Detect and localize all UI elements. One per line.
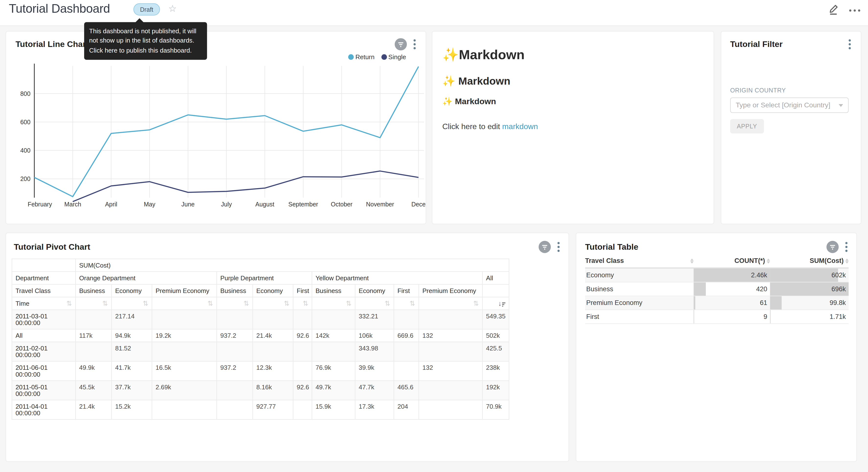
svg-text:Dece: Dece <box>411 201 426 208</box>
pivot-cell: 117k <box>75 329 112 342</box>
column-header-travel-class[interactable]: Travel Class <box>585 257 694 265</box>
pivot-sort-icon-cell[interactable]: ⇅ <box>112 297 152 310</box>
pivot-sort-icon-cell[interactable]: ⇅ <box>217 297 253 310</box>
pivot-cell: 16.5k <box>152 361 217 381</box>
legend-item[interactable]: Return <box>348 54 375 60</box>
legend-item[interactable]: Single <box>381 54 406 60</box>
pivot-cell: 204 <box>394 400 419 419</box>
pivot-cell <box>312 342 355 361</box>
pivot-group-header: Yellow Department <box>312 272 483 285</box>
svg-text:April: April <box>105 201 117 208</box>
markdown-paragraph: Click here to edit markdown <box>442 122 704 130</box>
pivot-cell: 15.2k <box>112 400 152 419</box>
sum-cost-cell: 99.8k <box>770 296 848 309</box>
pivot-cell <box>217 400 253 419</box>
pivot-cell: 39.9k <box>355 361 394 381</box>
pivot-cell <box>394 361 419 381</box>
column-header-sum-cost[interactable]: SUM(Cost) <box>770 257 848 265</box>
table-card-title: Tutorial Table <box>585 242 639 251</box>
more-options-icon[interactable] <box>849 6 860 12</box>
pivot-cell <box>152 342 217 361</box>
pivot-cell <box>293 342 312 361</box>
pivot-cell: 45.5k <box>75 381 112 400</box>
sort-icon[interactable] <box>690 258 694 263</box>
pivot-group-header: All <box>483 272 509 285</box>
pivot-sort-icon-cell[interactable]: ⇅ <box>419 297 483 310</box>
pivot-cell <box>293 310 312 329</box>
pivot-cell <box>419 342 483 361</box>
pivot-sort-icon-cell[interactable]: ⇅ <box>355 297 394 310</box>
pivot-cell: 927.77 <box>253 400 293 419</box>
travel-class-table: Travel Class COUNT(*) SUM(Cost) Economy2… <box>585 254 849 324</box>
chart-menu-icon[interactable] <box>556 241 561 253</box>
pivot-cell <box>394 342 419 361</box>
pivot-cell: 94.9k <box>112 329 152 342</box>
travel-class-cell: Premium Economy <box>585 296 694 309</box>
sort-icon[interactable] <box>767 258 770 263</box>
pivot-cell: 41.7k <box>112 361 152 381</box>
pivot-cell: 106k <box>355 329 394 342</box>
pivot-sort-icon-cell[interactable]: ⇅ <box>253 297 293 310</box>
pivot-sort-icon-cell[interactable]: ⇅ <box>312 297 355 310</box>
pivot-row: All117k94.9k19.2k937.221.4k92.6142k106k6… <box>12 329 509 342</box>
favorite-star-icon[interactable]: ☆ <box>168 3 177 14</box>
pivot-sort-icon-cell[interactable]: ⇅ <box>293 297 312 310</box>
edit-pencil-icon[interactable] <box>828 3 839 15</box>
legend-dot <box>381 54 387 60</box>
svg-text:March: March <box>64 201 81 208</box>
pivot-column-header: Business <box>75 285 112 297</box>
pivot-cell: 70.9k <box>483 400 509 419</box>
pivot-cell: 12.3k <box>253 361 293 381</box>
pivot-row: 2011-05-0100:00:0045.5k37.7k2.69k8.16k92… <box>12 381 509 400</box>
pivot-cell: 21.4k <box>253 329 293 342</box>
pivot-cell: 132 <box>419 329 483 342</box>
chevron-down-icon <box>839 104 843 107</box>
chart-legend[interactable]: ReturnSingle <box>348 54 406 60</box>
column-header-count[interactable]: COUNT(*) <box>694 257 770 265</box>
markdown-card: ✨Markdown ✨ Markdown ✨ Markdown Click he… <box>432 31 714 224</box>
pivot-chart-title: Tutorial Pivot Chart <box>14 242 90 251</box>
pivot-cell <box>217 310 253 329</box>
pivot-cell <box>75 310 112 329</box>
line-chart-plot[interactable]: 200400600800FebruaryMarchAprilMayJuneJul… <box>6 32 427 225</box>
pivot-cell: 47.7k <box>355 381 394 400</box>
filter-indicator-icon[interactable] <box>539 241 551 253</box>
status-badge[interactable]: Draft <box>133 3 160 16</box>
pivot-cell: 81.52 <box>112 342 152 361</box>
pivot-row: 2011-02-0100:00:0081.52343.98425.5 <box>12 342 509 361</box>
svg-text:February: February <box>28 201 52 208</box>
pivot-group-header: Orange Department <box>75 272 217 285</box>
apply-button[interactable]: APPLY <box>730 119 764 134</box>
pivot-sort-icon-cell[interactable]: ⇅ <box>75 297 112 310</box>
pivot-cell: 21.4k <box>75 400 112 419</box>
pivot-group-header: Purple Department <box>217 272 312 285</box>
value-bar <box>694 310 694 323</box>
pivot-cell: 192k <box>483 381 509 400</box>
pivot-cell: 132 <box>419 361 483 381</box>
pivot-cell <box>293 361 312 381</box>
svg-text:June: June <box>181 201 195 208</box>
chart-menu-icon[interactable] <box>844 241 849 253</box>
origin-country-select[interactable]: Type or Select [Origin Country] <box>730 97 849 113</box>
sort-icon[interactable] <box>845 258 849 263</box>
pivot-cell: 17.3k <box>355 400 394 419</box>
pivot-cell <box>75 342 112 361</box>
pivot-sort-icon-cell[interactable]: ↓ <box>483 297 509 310</box>
pivot-time-sort-header[interactable]: Time⇅ <box>12 297 75 310</box>
travel-class-cell: Business <box>585 283 694 296</box>
filter-menu-icon[interactable] <box>847 38 852 50</box>
page-title: Tutorial Dashboard <box>9 2 110 16</box>
pivot-cell: 217.14 <box>112 310 152 329</box>
svg-text:August: August <box>255 201 274 208</box>
svg-text:September: September <box>288 201 318 208</box>
pivot-sort-icon-cell[interactable]: ⇅ <box>152 297 217 310</box>
filter-indicator-icon[interactable] <box>827 241 839 253</box>
markdown-edit-link[interactable]: markdown <box>502 122 538 130</box>
svg-text:October: October <box>331 201 352 208</box>
pivot-row: 2011-04-0100:00:0021.4k15.2k927.7715.9k1… <box>12 400 509 419</box>
pivot-table: SUM(Cost)DepartmentOrange DepartmentPurp… <box>12 259 509 420</box>
pivot-sort-icon-cell[interactable]: ⇅ <box>394 297 419 310</box>
count-cell: 2.46k <box>694 268 770 282</box>
value-bar <box>770 310 770 323</box>
value-bar <box>694 283 706 296</box>
